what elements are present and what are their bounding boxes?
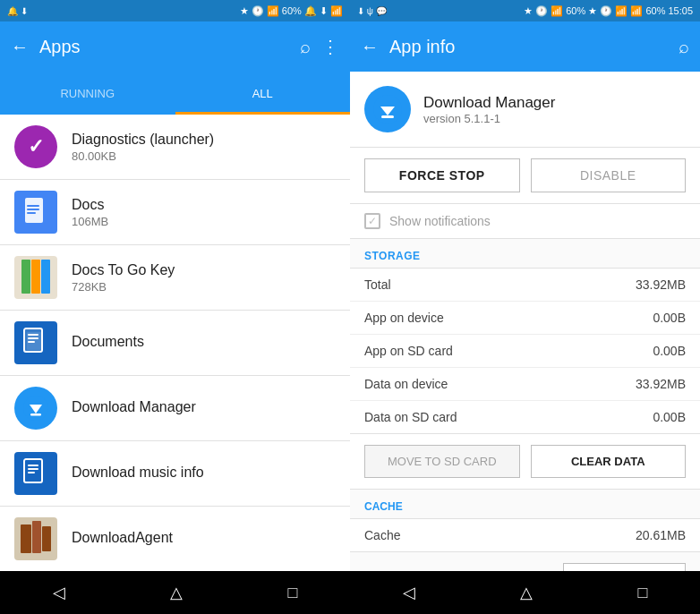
app-size: 728KB (72, 280, 336, 294)
app-info: Diagnostics (launcher) 80.00KB (72, 132, 336, 163)
left-panel: 🔔 ⬇ ★🕐📶60% 🔔 ⬇ 📶 ← Apps ⌕ ⋮ RUNNING ALL … (0, 0, 350, 614)
storage-row-total: Total 33.92MB (350, 269, 700, 302)
svg-rect-22 (42, 526, 51, 551)
svg-rect-25 (381, 115, 394, 118)
tab-running[interactable]: RUNNING (0, 72, 175, 115)
app-info-section: Download Manager version 5.1.1-1 (350, 72, 700, 148)
app-info: Download music info (72, 465, 336, 482)
svg-rect-15 (30, 414, 41, 416)
apps-title: Apps (39, 37, 289, 57)
svg-rect-19 (28, 472, 35, 473)
app-info: DownloadAgent (72, 530, 336, 548)
app-name: Download Manager (72, 399, 336, 415)
recent-nav-right[interactable]: □ (619, 576, 665, 610)
app-icon-documents (14, 321, 57, 364)
storage-section-header: STORAGE (350, 239, 700, 268)
list-item[interactable]: Download music info (0, 441, 350, 507)
svg-rect-5 (31, 260, 40, 294)
storage-label: Data on SD card (364, 410, 457, 424)
svg-rect-2 (27, 209, 39, 210)
list-item[interactable]: Documents (0, 311, 350, 376)
status-time-right: ★ 🕐 📶 📶 60% 15:05 (588, 5, 693, 17)
svg-rect-4 (21, 260, 30, 294)
svg-rect-21 (32, 521, 41, 553)
app-icon-download-music (14, 452, 57, 495)
list-item[interactable]: DownloadAgent (0, 507, 350, 571)
home-nav-right[interactable]: △ (502, 576, 551, 610)
app-icon-docs-to-go (14, 256, 57, 299)
svg-rect-12 (27, 332, 41, 350)
disable-button[interactable]: DISABLE (531, 158, 687, 192)
home-nav-left[interactable]: △ (152, 576, 201, 610)
list-item[interactable]: Docs 106MB (0, 180, 350, 245)
app-size: 80.00KB (72, 149, 336, 163)
back-button-left[interactable]: ← (11, 37, 29, 57)
svg-rect-20 (21, 524, 31, 553)
clear-data-button[interactable]: CLEAR DATA (531, 445, 687, 478)
search-button-right[interactable]: ⌕ (679, 37, 689, 57)
move-to-sd-button[interactable]: MOVE TO SD CARD (364, 445, 520, 478)
clear-cache-button[interactable]: CLEAR CACHE (563, 563, 686, 571)
content-scroll[interactable]: STORAGE Total 33.92MB App on device 0.00… (350, 239, 700, 571)
app-detail-version: version 5.1.1-1 (423, 112, 555, 125)
cache-table: Cache 20.61MB (350, 518, 700, 552)
bottom-nav-right: ◁ △ □ (350, 571, 700, 614)
app-info-text: Download Manager version 5.1.1-1 (423, 94, 555, 125)
notification-checkbox[interactable]: ✓ (364, 213, 380, 229)
app-name: Download music info (72, 465, 336, 481)
status-bar-left: 🔔 ⬇ ★🕐📶60% 🔔 ⬇ 📶 (0, 0, 350, 21)
force-stop-button[interactable]: FORCE STOP (364, 158, 520, 192)
list-item[interactable]: Download Manager (0, 376, 350, 441)
svg-rect-18 (28, 468, 38, 470)
app-name: Docs (72, 197, 336, 213)
status-time-left: 🔔 ⬇ 📶 (304, 5, 343, 17)
svg-rect-3 (27, 212, 36, 214)
svg-rect-1 (27, 205, 39, 207)
storage-value: 0.00B (653, 410, 686, 424)
list-item[interactable]: Docs To Go Key 728KB (0, 245, 350, 311)
app-detail-icon (364, 86, 411, 132)
list-item[interactable]: ✓ Diagnostics (launcher) 80.00KB (0, 115, 350, 180)
back-button-right[interactable]: ← (361, 37, 379, 57)
back-nav-right[interactable]: ◁ (385, 576, 433, 610)
svg-rect-16 (24, 459, 42, 482)
app-name: Docs To Go Key (72, 262, 336, 278)
search-button-left[interactable]: ⌕ (300, 37, 311, 57)
app-name: Documents (72, 334, 336, 350)
app-info: Docs To Go Key 728KB (72, 262, 336, 294)
app-info: Download Manager (72, 399, 336, 417)
app-info: Docs 106MB (72, 197, 336, 228)
more-button-left[interactable]: ⋮ (321, 36, 339, 57)
app-name: DownloadAgent (72, 530, 336, 546)
notification-row[interactable]: ✓ Show notifications (350, 204, 700, 239)
bottom-nav-left: ◁ △ □ (0, 571, 350, 614)
storage-label: App on SD card (364, 344, 453, 358)
back-nav-left[interactable]: ◁ (35, 576, 83, 610)
storage-value: 33.92MB (636, 377, 686, 391)
storage-row-app-sd: App on SD card 0.00B (350, 335, 700, 368)
status-bar-right: ⬇ ψ 💬 ★🕐📶60% ★ 🕐 📶 📶 60% 15:05 (350, 0, 700, 21)
app-name: Diagnostics (launcher) (72, 132, 336, 148)
cache-value: 20.61MB (636, 528, 686, 542)
storage-value: 0.00B (653, 344, 686, 358)
cache-row: Cache 20.61MB (350, 519, 700, 551)
tab-all[interactable]: ALL (175, 72, 351, 115)
storage-row-data-device: Data on device 33.92MB (350, 368, 700, 401)
storage-row-app-device: App on device 0.00B (350, 302, 700, 335)
cache-section-header: CACHE (350, 490, 700, 518)
app-list[interactable]: ✓ Diagnostics (launcher) 80.00KB Docs 10… (0, 115, 350, 571)
storage-value: 0.00B (653, 311, 686, 325)
storage-action-buttons: MOVE TO SD CARD CLEAR DATA (350, 434, 700, 490)
notification-label: Show notifications (389, 214, 491, 228)
recent-nav-left[interactable]: □ (269, 576, 315, 610)
app-detail-name: Download Manager (423, 94, 555, 112)
svg-rect-17 (28, 465, 38, 466)
app-icon-download-manager (14, 387, 57, 430)
status-left-icons: 🔔 ⬇ (7, 6, 28, 16)
storage-table: Total 33.92MB App on device 0.00B App on… (350, 268, 700, 434)
app-info: Documents (72, 334, 336, 352)
storage-value: 33.92MB (636, 277, 686, 292)
app-size: 106MB (72, 215, 336, 228)
storage-label: Data on device (364, 377, 448, 391)
storage-label: Total (364, 277, 391, 292)
